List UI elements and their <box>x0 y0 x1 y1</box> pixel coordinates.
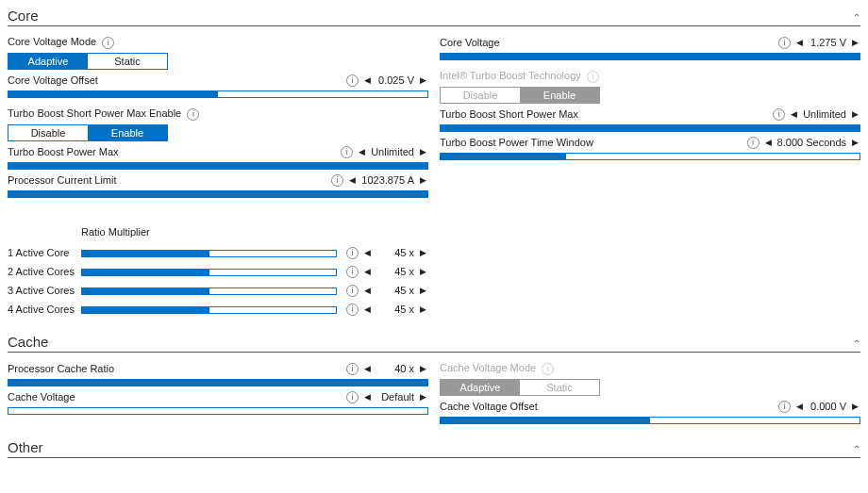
ratio-header: Ratio Multiplier <box>81 226 428 238</box>
info-icon[interactable]: i <box>346 304 359 316</box>
info-icon[interactable]: i <box>778 401 791 413</box>
info-icon[interactable]: i <box>587 71 599 83</box>
slider-turbo-power-max[interactable] <box>8 162 428 170</box>
slider-cache-voltage[interactable] <box>8 407 428 415</box>
increment-icon[interactable]: ▶ <box>418 147 428 156</box>
slider-cache-voltage-offset[interactable] <box>440 417 860 424</box>
toggle-option-adaptive: Adaptive <box>441 380 520 395</box>
ratio-row: 4 Active Coresi◀45 x▶ <box>8 300 428 319</box>
label-core-voltage-offset: Core Voltage Offset <box>8 74 98 86</box>
increment-icon[interactable]: ▶ <box>850 138 860 147</box>
increment-icon[interactable]: ▶ <box>418 286 428 295</box>
value-core-voltage: 1.275 V <box>809 37 846 48</box>
label-turbo-power-max: Turbo Boost Power Max <box>8 146 119 157</box>
decrement-icon[interactable]: ◀ <box>794 38 805 47</box>
decrement-icon[interactable]: ◀ <box>789 109 799 119</box>
section-title: Other <box>8 439 43 455</box>
slider-cache-ratio[interactable] <box>8 379 428 386</box>
info-icon[interactable]: i <box>346 363 359 375</box>
toggle-turbo-short-enable[interactable]: Disable Enable <box>8 124 168 141</box>
label-core-voltage-mode: Core Voltage Mode i <box>8 36 114 49</box>
section-header-cache[interactable]: Cache ⌃ <box>8 330 860 353</box>
increment-icon[interactable]: ▶ <box>418 364 428 373</box>
decrement-icon[interactable]: ◀ <box>362 248 373 257</box>
increment-icon[interactable]: ▶ <box>418 175 428 185</box>
toggle-core-voltage-mode[interactable]: Adaptive Static <box>8 53 168 70</box>
decrement-icon[interactable]: ◀ <box>357 147 367 156</box>
decrement-icon[interactable]: ◀ <box>794 402 805 411</box>
info-icon[interactable]: i <box>346 266 359 278</box>
toggle-option-static[interactable]: Static <box>88 54 167 69</box>
value-turbo-power-max: Unlimited <box>371 146 414 157</box>
slider-current-limit[interactable] <box>8 190 428 198</box>
decrement-icon[interactable]: ◀ <box>362 392 373 402</box>
info-icon[interactable]: i <box>346 247 359 259</box>
value-turbo-time-window: 8.000 Seconds <box>777 137 846 148</box>
toggle-option-disable[interactable]: Disable <box>8 125 88 140</box>
info-icon[interactable]: i <box>747 137 760 149</box>
toggle-option-enable: Enable <box>520 88 599 103</box>
value-cache-ratio: 40 x <box>376 363 414 374</box>
label-cache-voltage: Cache Voltage <box>8 391 75 403</box>
ratio-label: 3 Active Cores <box>8 285 81 296</box>
value-ratio: 45 x <box>376 247 414 258</box>
toggle-option-adaptive[interactable]: Adaptive <box>8 54 88 69</box>
decrement-icon[interactable]: ◀ <box>763 138 774 147</box>
chevron-up-icon[interactable]: ⌃ <box>853 12 860 23</box>
slider-turbo-short[interactable] <box>440 124 860 132</box>
toggle-turbo-tech: Disable Enable <box>440 87 600 104</box>
info-icon[interactable]: i <box>346 74 359 87</box>
toggle-option-enable[interactable]: Enable <box>88 125 167 140</box>
ratio-label: 2 Active Cores <box>8 266 81 277</box>
core-right-column: Core Voltage i ◀ 1.275 V ▶ Intel® Turbo … <box>440 32 860 319</box>
value-cache-voltage-offset: 0.000 V <box>809 401 846 412</box>
slider-ratio-4[interactable] <box>81 306 337 314</box>
decrement-icon[interactable]: ◀ <box>362 75 373 85</box>
slider-core-voltage[interactable] <box>440 53 860 60</box>
section-header-other[interactable]: Other ⌃ <box>8 435 860 458</box>
ratio-row: 1 Active Corei◀45 x▶ <box>8 243 428 262</box>
slider-ratio-2[interactable] <box>81 269 337 276</box>
slider-ratio-3[interactable] <box>81 288 337 295</box>
info-icon[interactable]: i <box>102 37 114 49</box>
ratio-label: 1 Active Core <box>8 247 81 258</box>
info-icon[interactable]: i <box>331 174 343 187</box>
core-left-column: Core Voltage Mode i Adaptive Static Core… <box>8 32 428 319</box>
section-other: Other ⌃ <box>8 435 860 458</box>
value-cache-voltage: Default <box>376 391 414 403</box>
increment-icon[interactable]: ▶ <box>418 304 428 314</box>
value-turbo-short: Unlimited <box>803 108 846 120</box>
section-title: Cache <box>8 334 48 350</box>
section-title: Core <box>8 8 39 24</box>
decrement-icon[interactable]: ◀ <box>362 304 373 314</box>
info-icon[interactable]: i <box>542 363 554 375</box>
slider-core-voltage-offset[interactable] <box>8 90 428 98</box>
ratio-multiplier-block: Ratio Multiplier 1 Active Corei◀45 x▶2 A… <box>8 226 428 319</box>
label-turbo-tech: Intel® Turbo Boost Technology i <box>440 70 599 83</box>
slider-turbo-time-window[interactable] <box>440 153 860 160</box>
increment-icon[interactable]: ▶ <box>418 392 428 402</box>
decrement-icon[interactable]: ◀ <box>362 364 373 373</box>
info-icon[interactable]: i <box>773 108 785 121</box>
slider-ratio-1[interactable] <box>81 250 337 257</box>
decrement-icon[interactable]: ◀ <box>362 286 373 295</box>
increment-icon[interactable]: ▶ <box>850 402 860 411</box>
increment-icon[interactable]: ▶ <box>418 267 428 276</box>
increment-icon[interactable]: ▶ <box>418 248 428 257</box>
chevron-up-icon[interactable]: ⌃ <box>853 338 860 349</box>
value-ratio: 45 x <box>376 266 414 277</box>
info-icon[interactable]: i <box>778 37 791 49</box>
info-icon[interactable]: i <box>346 285 359 297</box>
info-icon[interactable]: i <box>187 108 199 121</box>
section-header-core[interactable]: Core ⌃ <box>8 4 860 26</box>
chevron-up-icon[interactable]: ⌃ <box>853 444 860 454</box>
increment-icon[interactable]: ▶ <box>850 38 860 47</box>
toggle-cache-voltage-mode: Adaptive Static <box>440 379 600 396</box>
decrement-icon[interactable]: ◀ <box>362 267 373 276</box>
increment-icon[interactable]: ▶ <box>850 109 860 119</box>
info-icon[interactable]: i <box>346 391 359 403</box>
label-core-voltage: Core Voltage <box>440 37 500 48</box>
increment-icon[interactable]: ▶ <box>418 75 428 85</box>
decrement-icon[interactable]: ◀ <box>347 175 358 185</box>
info-icon[interactable]: i <box>341 146 353 158</box>
